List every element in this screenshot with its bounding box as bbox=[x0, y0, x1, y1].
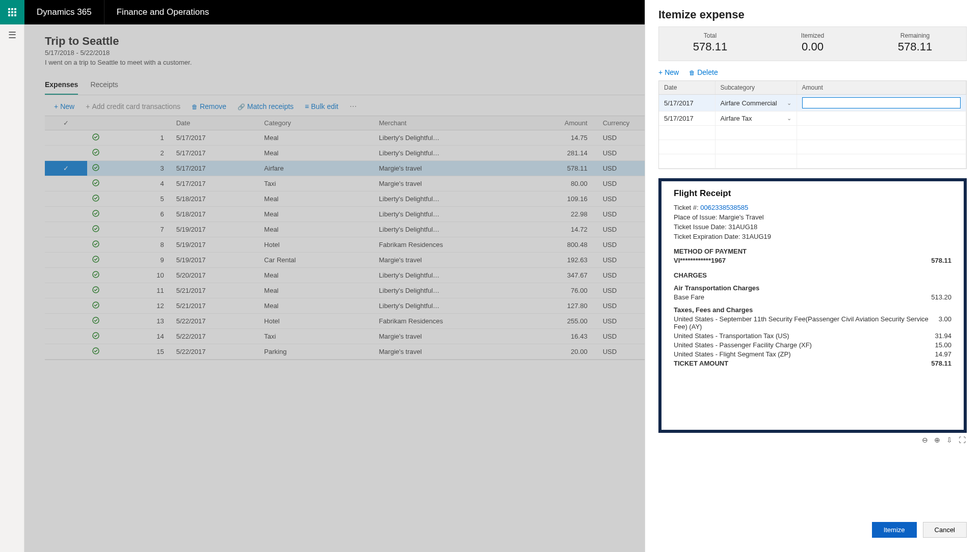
cell-category: Taxi bbox=[259, 329, 374, 344]
row-checkbox[interactable] bbox=[45, 344, 87, 360]
panel-new-button[interactable]: New bbox=[658, 68, 679, 76]
charges-heading: CHARGES bbox=[674, 271, 951, 279]
status-cell bbox=[87, 237, 129, 253]
itemize-grid: Date Subcategory Amount 5/17/2017 Airfar… bbox=[658, 80, 967, 169]
tax4-label: United States - Flight Segment Tax (ZP) bbox=[674, 350, 935, 358]
hamburger-icon[interactable]: ☰ bbox=[8, 30, 16, 41]
row-checkbox[interactable] bbox=[45, 329, 87, 344]
row-checkbox[interactable] bbox=[45, 283, 87, 298]
download-icon[interactable]: ⇩ bbox=[946, 436, 952, 444]
col-amount[interactable]: Amount bbox=[797, 81, 966, 95]
more-icon[interactable] bbox=[350, 102, 357, 111]
status-cell bbox=[87, 161, 129, 176]
row-checkbox[interactable] bbox=[45, 130, 87, 146]
new-label: New bbox=[60, 102, 74, 111]
exp-value: 31AUG19 bbox=[742, 233, 771, 240]
status-cell bbox=[87, 191, 129, 207]
cell-category: Hotel bbox=[259, 314, 374, 329]
app-launcher-button[interactable] bbox=[0, 0, 24, 24]
cell-amount: 20.00 bbox=[519, 344, 598, 360]
row-checkbox[interactable] bbox=[45, 207, 87, 222]
status-cell bbox=[87, 298, 129, 314]
itemize-row[interactable]: 5/17/2017 Airfare Commercial⌄ bbox=[659, 95, 966, 112]
cell-amount[interactable] bbox=[797, 95, 966, 112]
cell-date: 5/21/2017 bbox=[171, 298, 259, 314]
status-cell bbox=[87, 283, 129, 298]
row-checkbox[interactable] bbox=[45, 268, 87, 283]
itemize-row[interactable]: 5/17/2017 Airfare Tax⌄ bbox=[659, 112, 966, 126]
itemize-button[interactable]: Itemize bbox=[872, 522, 917, 538]
left-nav-rail: ☰ bbox=[0, 24, 24, 552]
cell-subcategory[interactable]: Airfare Commercial⌄ bbox=[715, 95, 797, 112]
chevron-down-icon[interactable]: ⌄ bbox=[787, 115, 791, 122]
cell-date: 5/22/2017 bbox=[171, 314, 259, 329]
row-index: 15 bbox=[129, 344, 171, 360]
row-checkbox[interactable] bbox=[45, 176, 87, 191]
fullscreen-icon[interactable]: ⛶ bbox=[959, 436, 966, 444]
row-checkbox[interactable] bbox=[45, 222, 87, 237]
check-circle-icon bbox=[92, 150, 99, 157]
row-index: 3 bbox=[129, 161, 171, 176]
row-checkbox[interactable] bbox=[45, 314, 87, 329]
new-button[interactable]: New bbox=[54, 102, 74, 111]
svg-rect-6 bbox=[8, 14, 10, 16]
row-checkbox[interactable]: ✓ bbox=[45, 161, 87, 176]
col-amount[interactable]: Amount bbox=[519, 116, 598, 130]
zoom-out-icon[interactable]: ⊖ bbox=[922, 436, 928, 444]
bulk-edit-button[interactable]: Bulk edit bbox=[305, 102, 338, 111]
row-index: 7 bbox=[129, 222, 171, 237]
cell-category: Parking bbox=[259, 344, 374, 360]
row-index: 9 bbox=[129, 253, 171, 268]
row-checkbox[interactable] bbox=[45, 253, 87, 268]
check-circle-icon bbox=[92, 196, 99, 203]
cell-merchant: Margie's travel bbox=[374, 176, 519, 191]
itemize-row-empty[interactable] bbox=[659, 154, 966, 169]
brand-finops[interactable]: Finance and Operations bbox=[104, 0, 221, 24]
cell-date: 5/19/2017 bbox=[171, 222, 259, 237]
match-receipts-button[interactable]: Match receipts bbox=[237, 102, 294, 111]
cell-date: 5/22/2017 bbox=[171, 344, 259, 360]
col-merchant[interactable]: Merchant bbox=[374, 116, 519, 130]
trash-icon bbox=[689, 68, 695, 76]
col-subcategory[interactable]: Subcategory bbox=[715, 81, 797, 95]
receipt-tools: ⊖ ⊕ ⇩ ⛶ bbox=[658, 433, 967, 444]
brand-dynamics[interactable]: Dynamics 365 bbox=[24, 0, 104, 24]
cancel-button[interactable]: Cancel bbox=[923, 522, 967, 538]
panel-new-label: New bbox=[665, 68, 679, 76]
row-checkbox[interactable] bbox=[45, 237, 87, 253]
cell-date[interactable]: 5/17/2017 bbox=[659, 95, 715, 112]
row-checkbox[interactable] bbox=[45, 146, 87, 161]
check-circle-icon bbox=[92, 257, 99, 264]
col-category[interactable]: Category bbox=[259, 116, 374, 130]
mop-heading: METHOD OF PAYMENT bbox=[674, 247, 951, 255]
zoom-in-icon[interactable]: ⊕ bbox=[934, 436, 940, 444]
check-circle-icon bbox=[92, 302, 99, 310]
chevron-down-icon[interactable]: ⌄ bbox=[787, 100, 791, 106]
tab-expenses[interactable]: Expenses bbox=[45, 80, 78, 95]
svg-rect-4 bbox=[11, 11, 13, 13]
panel-delete-button[interactable]: Delete bbox=[689, 68, 718, 76]
check-circle-icon bbox=[92, 226, 99, 234]
check-circle-icon bbox=[92, 333, 99, 341]
select-all-checkbox[interactable]: ✓ bbox=[45, 116, 87, 130]
itemize-row-empty[interactable] bbox=[659, 126, 966, 140]
remaining-label: Remaining bbox=[864, 32, 966, 39]
row-checkbox[interactable] bbox=[45, 191, 87, 207]
remove-button[interactable]: Remove bbox=[192, 102, 226, 111]
row-checkbox[interactable] bbox=[45, 298, 87, 314]
amount-input[interactable] bbox=[802, 97, 961, 108]
tax4-value: 14.97 bbox=[935, 350, 951, 358]
check-circle-icon bbox=[92, 180, 99, 188]
col-date[interactable]: Date bbox=[171, 116, 259, 130]
status-cell bbox=[87, 253, 129, 268]
cell-amount: 16.43 bbox=[519, 329, 598, 344]
add-cc-button[interactable]: Add credit card transactions bbox=[86, 102, 180, 111]
itemize-row-empty[interactable] bbox=[659, 140, 966, 154]
status-cell bbox=[87, 268, 129, 283]
cell-subcategory[interactable]: Airfare Tax⌄ bbox=[715, 112, 797, 126]
col-date[interactable]: Date bbox=[659, 81, 715, 95]
cell-date[interactable]: 5/17/2017 bbox=[659, 112, 715, 126]
tab-receipts[interactable]: Receipts bbox=[90, 80, 118, 95]
row-index: 1 bbox=[129, 130, 171, 146]
cell-amount[interactable] bbox=[797, 112, 966, 126]
